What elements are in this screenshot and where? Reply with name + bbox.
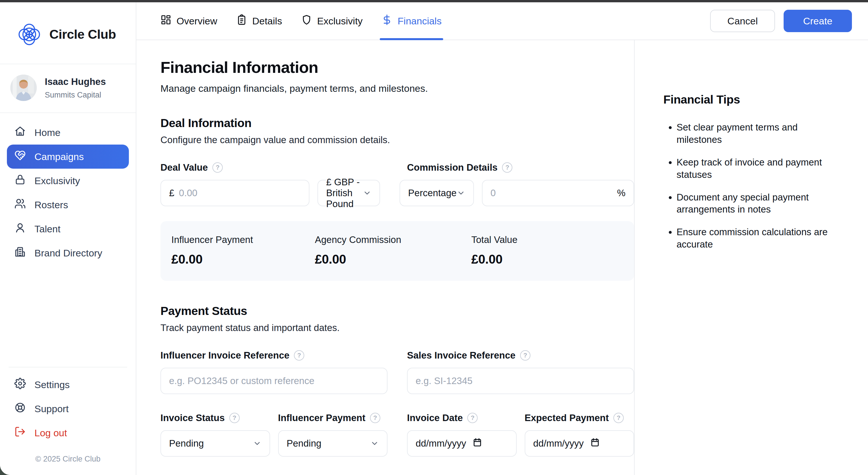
influencer-invoice-input[interactable] — [169, 375, 379, 386]
calendar-icon[interactable] — [472, 437, 482, 449]
sidebar-item-rosters[interactable]: Rosters — [7, 193, 129, 217]
dashboard-grid-icon — [160, 14, 172, 28]
create-button[interactable]: Create — [784, 10, 852, 32]
header-actions: Cancel Create — [710, 10, 852, 32]
sidebar-item-logout[interactable]: Log out — [7, 421, 129, 445]
help-icon[interactable] — [502, 162, 513, 173]
invoice-date-label: Invoice Date — [407, 412, 517, 423]
influencer-payment-label: Influencer Payment — [278, 412, 388, 423]
label-text: Sales Invoice Reference — [407, 350, 516, 361]
tab-bar: Overview Details Exclusivity Financials — [160, 2, 441, 40]
invoice-date-input[interactable]: dd/mm/yyyy — [407, 430, 517, 456]
sidebar-item-support[interactable]: Support — [7, 397, 129, 421]
influencer-payment-select[interactable]: Pending — [278, 430, 388, 456]
gear-icon — [14, 378, 26, 392]
deal-value-input[interactable] — [179, 188, 301, 199]
page-title: Financial Information — [160, 58, 634, 76]
home-icon — [14, 126, 26, 139]
help-icon[interactable] — [467, 413, 477, 423]
status-labels-row: Invoice Status Influencer Payment Invoic… — [160, 412, 634, 423]
user-profile: Isaac Hughes Summits Capital — [0, 64, 136, 112]
date-value: dd/mm/yyyy — [533, 438, 584, 449]
sidebar-item-label: Home — [34, 127, 61, 138]
sidebar-item-exclusivity[interactable]: Exclusivity — [7, 169, 129, 193]
cancel-button[interactable]: Cancel — [710, 10, 775, 32]
tab-label: Financials — [398, 15, 441, 27]
sidebar-item-settings[interactable]: Settings — [7, 373, 129, 397]
tab-overview[interactable]: Overview — [160, 2, 217, 40]
sidebar-item-brand-directory[interactable]: Brand Directory — [7, 241, 129, 265]
influencer-payment-value: Pending — [287, 438, 321, 449]
sidebar-item-campaigns[interactable]: Campaigns — [7, 144, 129, 169]
user-info: Isaac Hughes Summits Capital — [45, 76, 106, 100]
tab-exclusivity[interactable]: Exclusivity — [301, 2, 363, 40]
invoice-status-select[interactable]: Pending — [160, 430, 270, 456]
building-icon — [14, 246, 26, 260]
invoice-labels-row: Influencer Invoice Reference Sales Invoi… — [160, 350, 634, 361]
copyright: © 2025 Circle Club — [7, 445, 129, 475]
avatar — [10, 75, 37, 101]
screen-top-edge — [0, 0, 868, 2]
status-labels-left: Invoice Status Influencer Payment — [160, 412, 388, 423]
help-icon[interactable] — [613, 413, 624, 423]
tip-item: Keep track of invoice and payment status… — [677, 156, 843, 181]
help-icon[interactable] — [294, 350, 304, 361]
sales-invoice-input[interactable] — [415, 375, 625, 386]
expected-payment-input[interactable]: dd/mm/yyyy — [525, 430, 634, 456]
summary-label: Agency Commission — [315, 234, 471, 245]
divider — [9, 367, 127, 367]
tab-label: Details — [252, 15, 282, 27]
sidebar-nav: Home Campaigns Exclusivity Rosters Talen… — [0, 113, 136, 265]
commission-value-wrap: % — [482, 180, 634, 206]
label-text: Influencer Payment — [278, 412, 365, 423]
tip-item: Ensure commission calculations are accur… — [677, 226, 843, 251]
invoice-status-label: Invoice Status — [160, 412, 270, 423]
financials-form: Financial Information Manage campaign fi… — [136, 40, 634, 475]
sidebar-item-label: Brand Directory — [34, 247, 102, 259]
heart-handshake-icon — [14, 150, 26, 164]
sidebar: Circle Club Isaac Hughes Summits Capital — [0, 2, 136, 475]
deal-summary-box: Influencer Payment £0.00 Agency Commissi… — [160, 221, 634, 281]
help-icon[interactable] — [229, 413, 240, 423]
summary-value: £0.00 — [315, 252, 471, 267]
deal-value-label: Deal Value — [160, 162, 388, 173]
summary-label: Influencer Payment — [172, 234, 315, 245]
tips-list: Set clear payment terms and milestones K… — [663, 121, 843, 251]
currency-select-value: £ GBP - British Pound — [326, 177, 363, 209]
summary-agency-commission: Agency Commission £0.00 — [315, 234, 471, 267]
top-bar: Overview Details Exclusivity Financials … — [136, 2, 868, 40]
chevron-down-icon — [253, 439, 261, 448]
percent-suffix: % — [617, 188, 625, 199]
deal-value-input-wrap: £ — [160, 180, 309, 206]
commission-type-value: Percentage — [408, 188, 457, 199]
help-icon[interactable] — [212, 162, 223, 173]
sidebar-item-label: Exclusivity — [34, 175, 80, 186]
user-name: Isaac Hughes — [45, 76, 106, 87]
help-icon[interactable] — [520, 350, 530, 361]
sidebar-spacer — [0, 265, 136, 361]
content-area: Financial Information Manage campaign fi… — [136, 40, 868, 475]
circle-club-logo-icon — [16, 21, 42, 47]
sidebar-item-home[interactable]: Home — [7, 121, 129, 144]
app-window: Circle Club Isaac Hughes Summits Capital — [0, 2, 868, 475]
commission-type-select[interactable]: Percentage — [400, 180, 474, 206]
chevron-down-icon — [370, 439, 379, 448]
tab-label: Exclusivity — [317, 15, 363, 27]
currency-select[interactable]: £ GBP - British Pound — [317, 180, 380, 206]
commission-value-input[interactable] — [491, 188, 613, 199]
summary-value: £0.00 — [172, 252, 315, 267]
sidebar-item-talent[interactable]: Talent — [7, 217, 129, 241]
label-text: Commission Details — [407, 162, 497, 173]
tab-financials[interactable]: Financials — [381, 2, 441, 40]
life-buoy-icon — [14, 402, 26, 416]
financial-tips-panel: Financial Tips Set clear payment terms a… — [634, 40, 868, 475]
label-text: Expected Payment — [525, 412, 609, 423]
calendar-icon[interactable] — [590, 437, 600, 449]
payment-status-heading: Payment Status — [160, 304, 634, 318]
influencer-invoice-label: Influencer Invoice Reference — [160, 350, 388, 361]
tab-details[interactable]: Details — [236, 2, 282, 40]
help-icon[interactable] — [370, 413, 380, 423]
user-company: Summits Capital — [45, 91, 106, 100]
sidebar-item-label: Log out — [34, 428, 67, 439]
label-text: Influencer Invoice Reference — [160, 350, 289, 361]
